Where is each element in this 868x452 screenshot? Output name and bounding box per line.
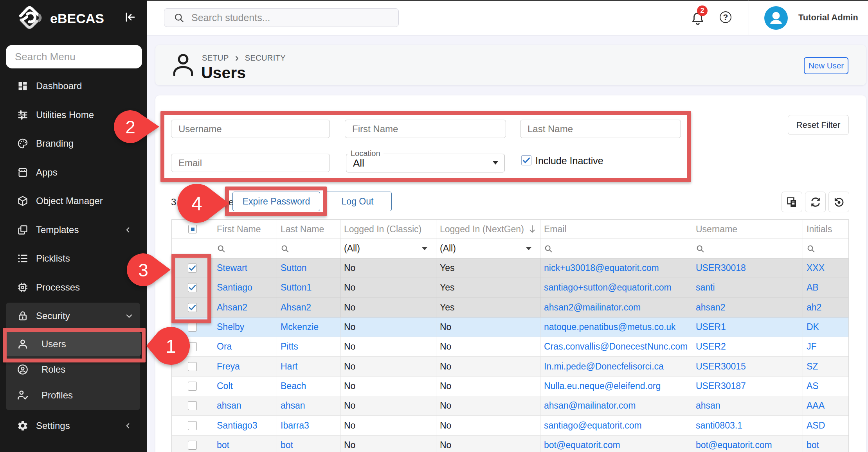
svg-text:3: 3 bbox=[138, 260, 148, 280]
svg-text:1: 1 bbox=[166, 336, 176, 357]
svg-text:2: 2 bbox=[125, 117, 135, 137]
svg-text:4: 4 bbox=[191, 193, 202, 215]
